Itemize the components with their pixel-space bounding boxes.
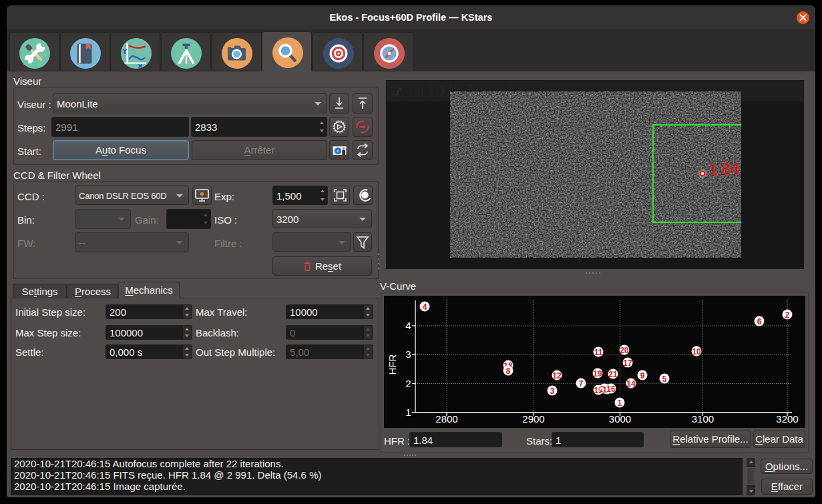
svg-text:16: 16 — [606, 385, 616, 394]
svg-text:1.84: 1.84 — [708, 160, 740, 178]
svg-text:19: 19 — [593, 369, 602, 379]
svg-text:5: 5 — [662, 374, 667, 384]
svg-text:3000: 3000 — [609, 413, 631, 425]
svg-text:11: 11 — [594, 348, 603, 357]
svg-text:4: 4 — [423, 302, 427, 312]
svg-text:1: 1 — [405, 407, 411, 418]
svg-text:3200: 3200 — [776, 413, 798, 425]
svg-text:9: 9 — [640, 371, 645, 381]
svg-text:14: 14 — [626, 379, 636, 389]
svg-text:10: 10 — [692, 347, 701, 356]
svg-text:HFR: HFR — [387, 354, 398, 374]
svg-text:4: 4 — [405, 320, 411, 331]
svg-text:2800: 2800 — [435, 413, 457, 425]
svg-text:1: 1 — [618, 399, 622, 408]
svg-text:3100: 3100 — [692, 413, 714, 425]
svg-text:21: 21 — [608, 370, 618, 379]
svg-text:17: 17 — [623, 358, 632, 368]
svg-text:8: 8 — [506, 366, 511, 376]
svg-text:7: 7 — [579, 379, 584, 389]
svg-text:2: 2 — [785, 310, 790, 320]
svg-text:2900: 2900 — [522, 413, 544, 425]
svg-text:3: 3 — [405, 348, 411, 360]
svg-text:3: 3 — [550, 387, 555, 396]
svg-text:20: 20 — [620, 346, 629, 355]
svg-text:6: 6 — [757, 317, 762, 326]
svg-text:12: 12 — [552, 371, 562, 381]
svg-text:2: 2 — [405, 378, 411, 389]
